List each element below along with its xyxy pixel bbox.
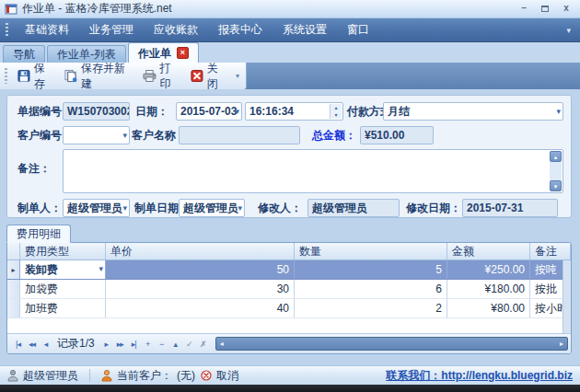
fee-type-cell[interactable]: 加班费 [20, 299, 106, 317]
row-pointer-icon: ▸ [7, 260, 20, 279]
remark-scrollbar[interactable]: ▴ ▾ [550, 151, 562, 191]
payment-field[interactable]: 月结▾ [383, 102, 563, 121]
window-controls: – x [516, 3, 575, 15]
time-spinner[interactable]: ▴ ▾ [330, 104, 342, 119]
grid-header-indicator [7, 243, 20, 259]
menu-item-settings[interactable]: 系统设置 [273, 18, 337, 41]
nav-post-icon[interactable]: ✓ [183, 340, 195, 349]
save-button[interactable]: 保存 [13, 59, 59, 94]
table-row[interactable]: 加班费 40 2 ¥80.00 按小时 [7, 299, 571, 318]
customer-no-field[interactable]: ▾ [63, 126, 130, 144]
doc-no-field: W150703002 [63, 102, 130, 121]
nav-forward-icon[interactable]: ▸▸ [114, 340, 126, 349]
menu-item-reports[interactable]: 报表中心 [208, 18, 273, 41]
grid-header-unit-price[interactable]: 单价 [106, 243, 295, 259]
scroll-right-icon[interactable]: ▸ [560, 340, 563, 348]
amount-cell[interactable]: ¥80.00 [447, 299, 530, 317]
grid-vertical-scrollbar[interactable] [563, 260, 571, 333]
current-customer-value: (无) [177, 368, 195, 384]
user-icon [7, 369, 18, 382]
chevron-down-icon[interactable]: ▾ [238, 200, 242, 216]
menu-item-receivables[interactable]: 应收账款 [144, 18, 208, 41]
grid-header-row: 费用类型 单价 数量 金额 备注 [7, 243, 571, 260]
nav-insert-icon[interactable]: + [142, 340, 154, 349]
quantity-cell[interactable]: 2 [295, 299, 447, 317]
fee-type-cell[interactable]: 加袋费 [20, 280, 106, 298]
save-and-new-label: 保存并新建 [81, 61, 133, 92]
menu-bar: 基础资料 业务管理 应收账款 报表中心 系统设置 窗口 ▾ [0, 18, 580, 42]
nav-next-icon[interactable]: ▸ [100, 340, 112, 349]
menu-item-window[interactable]: 窗口 [337, 18, 379, 41]
statusbar-separator [89, 369, 90, 382]
creator-field[interactable]: 超级管理员▾ [63, 199, 130, 217]
scroll-down-icon[interactable]: ▾ [550, 180, 562, 191]
date-field[interactable]: 2015-07-03▾ [176, 102, 242, 121]
table-row[interactable]: 加袋费 30 6 ¥180.00 按批 [7, 280, 571, 299]
spin-down-icon[interactable]: ▾ [331, 111, 342, 119]
title-bar: 作业单 - 蓝格冷库管理系统.net – x [0, 0, 580, 18]
create-date-field[interactable]: 超级管理员▾ [179, 199, 245, 217]
grid-horizontal-scrollbar[interactable]: ◂ ▸ [215, 337, 568, 351]
minimize-icon[interactable]: – [516, 3, 531, 15]
print-button[interactable]: 打印 [138, 59, 185, 94]
chevron-down-icon[interactable]: ▾ [122, 200, 127, 216]
creator-label: 制单人： [17, 199, 62, 217]
grid-header-amount[interactable]: 金额 [447, 243, 530, 259]
tab-fee-detail[interactable]: 费用明细 [6, 225, 71, 243]
close-dropdown-icon[interactable]: ▾ [233, 72, 242, 80]
modifier-label: 修改人： [258, 199, 302, 217]
close-window-icon[interactable]: x [559, 3, 574, 15]
cancel-circle-icon [201, 370, 212, 381]
nav-cancel-icon[interactable]: ✗ [197, 340, 209, 349]
save-new-icon [64, 69, 77, 83]
nav-delete-icon[interactable]: − [156, 340, 168, 349]
amount-cell[interactable]: ¥250.00 [447, 260, 530, 279]
chevron-down-icon[interactable]: ▾ [122, 127, 127, 144]
unit-price-cell[interactable]: 40 [106, 299, 295, 317]
current-user: 超级管理员 [7, 368, 78, 384]
scroll-up-icon[interactable]: ▴ [550, 151, 562, 162]
unit-price-cell[interactable]: 50 [106, 260, 295, 279]
contact-link[interactable]: 联系我们：http://lengku.bluegrid.biz [386, 368, 573, 384]
amount-cell[interactable]: ¥180.00 [447, 280, 530, 298]
nav-last-icon[interactable]: ▸| [128, 340, 140, 349]
quantity-cell[interactable]: 5 [295, 260, 447, 279]
nav-first-icon[interactable]: |◂ [12, 340, 24, 349]
menu-item-business[interactable]: 业务管理 [79, 18, 144, 41]
grid-header-fee-type[interactable]: 费用类型 [20, 243, 106, 259]
remark-textarea[interactable]: ▴ ▾ [63, 149, 563, 193]
scroll-left-icon[interactable]: ◂ [220, 340, 224, 348]
menu-item-base-data[interactable]: 基础资料 [15, 18, 79, 41]
customer-icon [101, 369, 112, 382]
quantity-cell[interactable]: 6 [295, 280, 447, 298]
table-row[interactable]: ▸ 装卸费 ▾ 50 5 ¥250.00 按吨 [7, 260, 571, 280]
time-field[interactable]: 16:16:34 ▴ ▾ [245, 102, 343, 121]
chevron-down-icon[interactable]: ▾ [235, 103, 239, 120]
window-title: 作业单 - 蓝格冷库管理系统.net [22, 1, 172, 17]
nav-edit-icon[interactable]: ▴ [169, 340, 181, 349]
modify-date-field: 2015-07-31 [462, 199, 558, 217]
tab-close-icon[interactable]: × [177, 47, 189, 59]
total-amount-field: ¥510.00 [360, 126, 434, 144]
menu-overflow-icon[interactable]: ▾ [566, 26, 574, 35]
chevron-down-icon[interactable]: ▾ [99, 260, 103, 277]
customer-name-field [179, 126, 300, 144]
grid-header-note[interactable]: 备注 [530, 243, 571, 259]
grid-header-quantity[interactable]: 数量 [295, 243, 447, 259]
header-form-panel: 单据编号： W150703002 日期： 2015-07-03▾ 16:16:3… [6, 95, 572, 218]
nav-prev-icon[interactable]: ◂ [40, 340, 52, 349]
chevron-down-icon[interactable]: ▾ [556, 103, 561, 120]
current-customer-label: 当前客户： [117, 368, 172, 384]
cancel-customer-button[interactable]: 取消 [201, 368, 238, 384]
fee-type-cell[interactable]: 装卸费 ▾ [20, 260, 106, 279]
close-red-icon [191, 69, 203, 83]
workorder-form-area: 单据编号： W150703002 日期： 2015-07-03▾ 16:16:3… [0, 89, 580, 365]
unit-price-cell[interactable]: 30 [106, 280, 295, 298]
current-customer: 当前客户： (无) [101, 368, 195, 384]
close-button[interactable]: 关闭 [186, 59, 232, 94]
nav-rewind-icon[interactable]: ◂◂ [26, 340, 38, 349]
toolbar: 保存 保存并新建 打印 [0, 63, 580, 89]
restore-icon[interactable] [538, 3, 552, 15]
spin-up-icon[interactable]: ▴ [331, 104, 342, 111]
save-and-new-button[interactable]: 保存并新建 [60, 59, 137, 94]
